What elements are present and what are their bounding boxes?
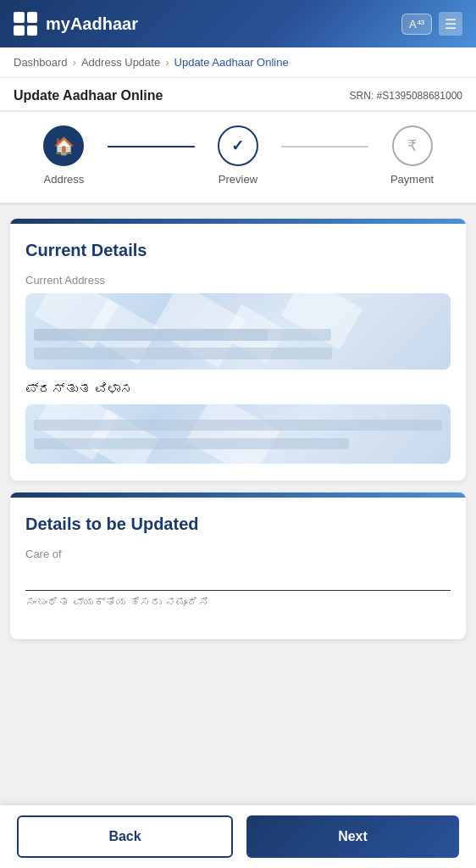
breadcrumb-sep-2: › [165,56,169,69]
app-title: myAadhaar [46,14,138,34]
details-update-card: Details to be Updated Care of ಸಂಬಂಧಿತ ವ್… [10,492,466,639]
care-of-kannada-hint: ಸಂಬಂಧಿತ ವ್ಯಕ್ತಿಯ ಹೆಸರು ನಮೂದಿಸಿ [25,596,451,609]
care-of-field-group: Care of ಸಂಬಂಧಿತ ವ್ಯಕ್ತಿಯ ಹೆಸರು ನಮೂದಿಸಿ [25,548,451,609]
current-address-english-blur [25,293,451,370]
breadcrumb-sep-1: › [73,56,76,69]
blur-bar [34,438,349,449]
logo-cell [14,25,25,36]
app-header: myAadhaar A⁴³ ☰ [0,0,476,47]
blur-bar [34,348,332,359]
details-update-body: Details to be Updated Care of ಸಂಬಂಧಿತ ವ್… [10,498,466,639]
details-update-title: Details to be Updated [25,515,451,534]
logo-cell [27,12,38,23]
step-address-label: Address [44,173,85,186]
step-payment: ₹ Payment [368,125,456,186]
blur-shape [281,293,363,349]
logo-cell [27,25,38,36]
menu-button[interactable]: ☰ [439,12,462,36]
home-icon: 🏠 [53,136,75,156]
connector-1 [108,146,195,147]
current-address-kannada-blur [25,404,451,464]
srn-label: SRN: #S1395088681000 [350,90,462,102]
current-address-label: Current Address [25,274,451,287]
current-details-card: Current Details Current Address ಪ್ರಸ್ತುತ… [10,219,466,481]
step-preview: ✓ Preview [195,125,282,186]
check-icon: ✓ [231,136,244,155]
page-header: Update Aadhaar Online SRN: #S13950886810… [0,78,476,112]
current-details-body: Current Details Current Address ಪ್ರಸ್ತುತ… [10,224,466,481]
app-logo [14,12,37,36]
blur-bar [34,420,442,431]
care-of-label: Care of [25,548,451,560]
next-button[interactable]: Next [246,815,459,858]
step-payment-label: Payment [390,173,434,186]
menu-icon: ☰ [445,16,457,32]
blur-decoration-2 [25,404,451,464]
step-payment-circle: ₹ [392,125,433,166]
step-address: 🏠 Address [20,125,108,186]
step-address-circle: 🏠 [43,125,84,166]
current-details-title: Current Details [25,241,451,260]
rupee-icon: ₹ [407,136,417,155]
page-title: Update Aadhaar Online [14,88,163,103]
breadcrumb-current: Update Aadhaar Online [174,56,289,69]
breadcrumb: Dashboard › Address Update › Update Aadh… [0,47,476,78]
header-right: A⁴³ ☰ [401,12,462,36]
blur-shape [186,404,280,464]
step-preview-label: Preview [219,173,257,186]
bottom-action-bar: Back Next [0,805,476,868]
current-address-kannada-label: ಪ್ರಸ್ತುತ ವಿಳಾಸ [25,381,451,396]
care-of-input[interactable] [25,567,451,591]
stepper: 🏠 Address ✓ Preview ₹ Payment [0,112,476,205]
logo-cell [14,12,25,23]
back-button[interactable]: Back [17,815,233,858]
header-left: myAadhaar [14,12,138,36]
breadcrumb-address-update[interactable]: Address Update [81,56,160,69]
main-content: Current Details Current Address ಪ್ರಸ್ತುತ… [0,205,476,707]
connector-2 [281,146,368,147]
blur-bar [34,329,268,341]
language-button[interactable]: A⁴³ [401,14,432,35]
step-preview-circle: ✓ [218,125,258,166]
breadcrumb-dashboard[interactable]: Dashboard [14,56,68,69]
